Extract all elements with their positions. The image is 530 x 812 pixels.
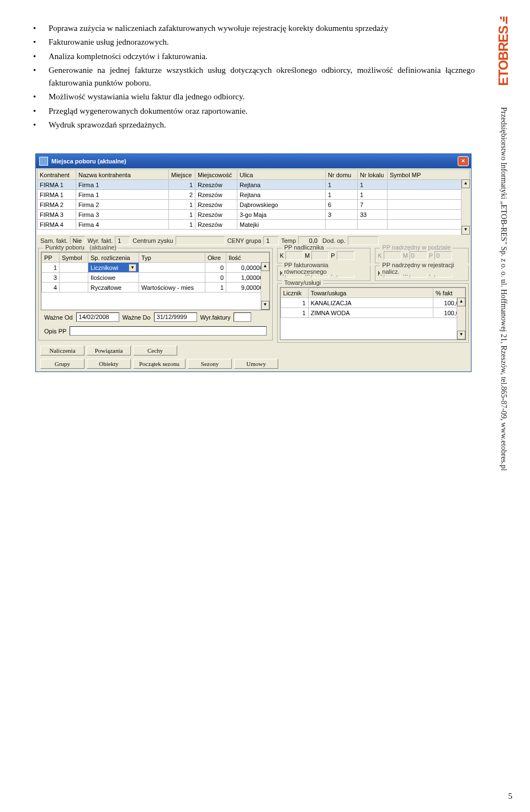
opis-input[interactable] [70,326,266,336]
wazne-od-input[interactable]: 14/02/2008 [76,312,119,322]
table-row[interactable]: FIRMA 3Firma 31Rzeszów3-go Maja333 [38,210,470,220]
table-row[interactable]: FIRMA 4Firma 41RzeszówMatejki [38,220,470,230]
pp-nadlicznika-legend: PP nadlicznika [282,244,326,251]
table-row[interactable]: 1 KANALIZACJA 100,00 [280,298,465,308]
bullet-item: Przegląd wygenerowanych dokumentów oraz … [33,105,475,118]
col-header[interactable]: Miejscowość [195,170,237,180]
page-number: 5 [508,792,513,801]
opis-label: Opis PP [44,328,66,335]
col-header[interactable]: Ulica [237,170,326,180]
punkty-aktualne: (aktualne) [89,244,116,251]
col-header[interactable]: Nazwa kontrahenta [76,170,169,180]
table-header-row: Kontrahent Nazwa kontrahenta Miejsce Mie… [38,170,470,180]
logo-bars-icon [500,17,507,24]
button-row-1: Naliczenia Powiązania Cechy [37,344,470,357]
scroll-down-icon[interactable]: ▼ [261,301,269,310]
naliczenia-button[interactable]: Naliczenia [40,346,84,355]
table-row[interactable]: 4 Ryczałtowe Wartościowy - mies 1 9,0000… [42,283,269,293]
scrollbar[interactable]: ▲ ▼ [261,262,269,310]
scroll-down-icon[interactable]: ▼ [457,331,465,339]
bullet-item: Fakturowanie usług jednorazowych. [33,36,475,49]
sam-fakt-label: Sam. fakt. [40,237,68,244]
obiekty-button[interactable]: Obiekty [87,359,131,369]
scroll-down-icon[interactable]: ▼ [462,226,470,235]
table-row[interactable]: FIRMA 1Firma 12RzeszówRejtana11 [38,190,470,200]
main-table[interactable]: Kontrahent Nazwa kontrahenta Miejsce Mie… [37,169,470,230]
bullet-item: Wydruk sprawozdań sprzedażnych. [33,119,475,131]
scrollbar[interactable]: ▲ ▼ [457,298,465,339]
ceny-label: CENY grupa [227,237,262,244]
col-header[interactable]: Miejsce [169,170,195,180]
footer-text: Przedsiębiorstwo Informatyki „ETOB-RES" … [499,107,508,795]
table-row[interactable]: FIRMA 1Firma 11RzeszówRejtana11 [38,180,470,190]
umowy-button[interactable]: Umowy [234,359,278,369]
k-input [384,251,401,260]
punkty-legend: Punkty poboru [45,244,84,251]
window-icon [39,157,48,166]
dod-value [348,236,379,245]
towary-fieldset: Towary/usługi Licznik Towar/usługa % fak… [277,283,469,343]
scroll-up-icon[interactable]: ▲ [261,262,269,271]
bullet-item: Analiza kompletności odczytów i fakturow… [33,50,475,63]
bullet-item: Poprawa zużycia w naliczeniach zafakturo… [33,22,475,35]
towary-table[interactable]: Licznik Towar/usługa % fakt 1 KANALIZACJ… [280,288,465,318]
scrollbar[interactable]: ▲ ▼ [461,179,470,235]
wyr-faktury-label: Wyr.faktury [200,314,231,321]
bullet-item: Generowanie na jednej fakturze wszystkic… [33,64,475,90]
poczatek-sezonu-button[interactable]: Początek sezonu [133,359,186,369]
table-row[interactable]: 1 ZIMNA WODA 100,00 [280,308,465,318]
close-button[interactable]: × [458,156,469,166]
grupy-button[interactable]: Grupy [40,359,84,369]
wazne-do-input[interactable]: 31/12/9999 [154,312,197,322]
app-window: Miejsca poboru (aktualne) × Kontrahent N… [35,153,471,372]
centrum-value [176,236,225,245]
col-header[interactable]: Nr domu [326,170,358,180]
punkty-poboru-fieldset: Punkty poboru (aktualne) PP Symbol Sp. r… [38,248,273,341]
col-header[interactable]: Symbol MP [388,170,470,180]
col-header[interactable]: Nr lokalu [358,170,388,180]
bullet-item: Możliwość wystawiania wielu faktur dla j… [33,91,475,103]
logo-text: ETOBRES [496,26,511,86]
centrum-label: Centrum zysku [132,237,173,244]
sezony-button[interactable]: Sezony [188,359,232,369]
powiazania-button[interactable]: Powiązania [87,346,131,355]
m-input [410,251,427,260]
table-row[interactable]: 3 Ilościowe 0 1,000000 [42,273,269,283]
window-title: Miejsca poboru (aktualne) [51,158,458,164]
p-input [434,251,452,260]
punkty-table[interactable]: PP Symbol Sp. rozliczenia Typ Okre Ilość… [41,252,269,293]
scroll-up-icon[interactable]: ▲ [457,298,465,306]
pp-nadrzedny-podziale-fieldset: PP nadrzędny w podziale K M P [375,248,469,263]
button-row-2: Grupy Obiekty Początek sezonu Sezony Umo… [37,357,470,370]
table-header-row: PP Symbol Sp. rozliczenia Typ Okre Ilość [42,253,269,263]
ceny-value: 1 [263,236,279,245]
wazne-od-label: Ważne Od [44,314,73,321]
titlebar[interactable]: Miejsca poboru (aktualne) × [36,154,471,168]
k-input[interactable] [285,251,303,260]
towary-legend: Towary/usługi [282,279,324,286]
pp-nadlicznika-fieldset: PP nadlicznika K M P [277,248,371,263]
pp-rown-fieldset: PP fakturowania równoczesnego K M P [277,266,371,281]
wazne-do-label: Ważne Do [123,314,151,321]
p-input[interactable] [337,251,354,260]
wyr-faktury-input[interactable] [234,312,251,322]
pp-nadrzedny-nalicz-legend: PP nadrzędny w rejestracji nalicz. [380,262,468,275]
table-row[interactable]: FIRMA 2Firma 21RzeszówDąbrowskiego67 [38,200,470,210]
pp-rown-legend: PP fakturowania równoczesnego [282,262,370,275]
col-header[interactable]: Kontrahent [38,170,76,180]
temp-label: Temp [281,237,296,244]
chevron-down-icon[interactable]: ▼ [129,264,136,272]
pp-nadrzedny-podziale-legend: PP nadrzędny w podziale [380,244,453,251]
etobres-logo: ETOBRES [494,17,513,99]
wyr-fakt-label: Wyr. fakt. [88,237,113,244]
bullet-list: Poprawa zużycia w naliczeniach zafakturo… [33,22,475,131]
scroll-up-icon[interactable]: ▲ [462,179,470,188]
cechy-button[interactable]: Cechy [133,346,177,355]
sp-dropdown[interactable]: Licznikowi▼ [88,263,139,272]
table-row[interactable]: 1 Licznikowi▼ 0 0,000000 [42,263,269,273]
table-header-row: Licznik Towar/usługa % fakt [280,288,465,298]
pp-nadrzedny-nalicz-fieldset: PP nadrzędny w rejestracji nalicz. K M P [375,266,469,281]
dod-label: Dod. op. [322,237,346,244]
side-footer: ETOBRES Przedsiębiorstwo Informatyki „ET… [492,17,515,795]
m-input[interactable] [311,251,329,260]
